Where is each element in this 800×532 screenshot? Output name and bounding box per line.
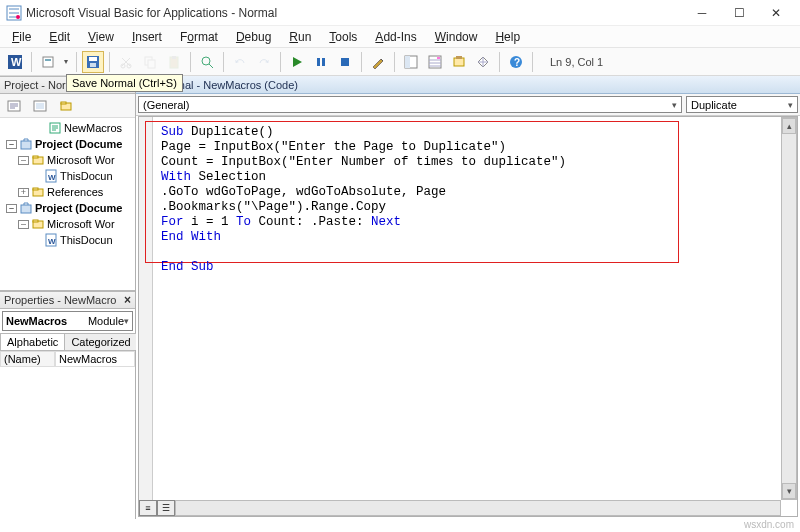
menu-file[interactable]: File <box>4 28 39 46</box>
procedure-combo[interactable]: Duplicate▾ <box>686 96 798 113</box>
svg-rect-22 <box>437 57 440 59</box>
svg-text:W: W <box>48 173 56 182</box>
tree-project-2[interactable]: –Project (Docume <box>0 200 135 216</box>
properties-object-combo[interactable]: NewMacros Module ▾ <box>2 311 133 331</box>
toolbox-button[interactable] <box>472 51 494 73</box>
left-dock: Project - Norm × NewMacros –Project (Doc… <box>0 76 136 519</box>
run-button[interactable] <box>286 51 308 73</box>
insert-item-dropdown[interactable]: ▾ <box>61 57 71 66</box>
watermark: wsxdn.com <box>744 519 794 530</box>
svg-rect-4 <box>43 57 53 67</box>
svg-rect-8 <box>90 63 96 67</box>
menu-run[interactable]: Run <box>281 28 319 46</box>
svg-rect-40 <box>21 205 31 213</box>
help-button[interactable]: ? <box>505 51 527 73</box>
properties-panel-header[interactable]: Properties - NewMacro × <box>0 291 135 309</box>
view-code-button[interactable] <box>4 96 24 116</box>
workspace: Project - Norm × NewMacros –Project (Doc… <box>0 76 800 519</box>
app-icon <box>6 5 22 21</box>
svg-rect-17 <box>322 58 325 66</box>
project-explorer-button[interactable] <box>400 51 422 73</box>
properties-tabs: Alphabetic Categorized <box>0 333 135 351</box>
svg-text:W: W <box>48 237 56 246</box>
break-button[interactable] <box>310 51 332 73</box>
save-button[interactable] <box>82 51 104 73</box>
undo-button[interactable] <box>229 51 251 73</box>
menu-edit[interactable]: Edit <box>41 28 78 46</box>
menu-debug[interactable]: Debug <box>228 28 279 46</box>
svg-rect-31 <box>61 102 66 104</box>
properties-panel-close[interactable]: × <box>124 293 131 307</box>
mdi-area: Normal - NewMacros (Code) (General)▾ Dup… <box>136 76 800 519</box>
minimize-button[interactable]: ─ <box>684 3 720 23</box>
menu-view[interactable]: View <box>80 28 122 46</box>
properties-grid[interactable]: (Name) NewMacros <box>0 351 135 519</box>
svg-rect-14 <box>172 56 176 59</box>
properties-window-button[interactable] <box>424 51 446 73</box>
find-button[interactable] <box>196 51 218 73</box>
vertical-scrollbar[interactable]: ▴ ▾ <box>781 117 797 500</box>
property-name-label: (Name) <box>0 351 55 367</box>
menu-window[interactable]: Window <box>427 28 486 46</box>
redo-button[interactable] <box>253 51 275 73</box>
svg-text:?: ? <box>514 57 520 68</box>
svg-rect-23 <box>454 58 464 66</box>
properties-object-name: NewMacros <box>6 315 84 327</box>
toolbar: W ▾ ? Ln 9, Col 1 Save Normal (Ctrl+S) <box>0 48 800 76</box>
insert-item-button[interactable] <box>37 51 59 73</box>
project-toolbar <box>0 94 135 118</box>
svg-rect-12 <box>148 60 155 68</box>
tree-project-1[interactable]: –Project (Docume <box>0 136 135 152</box>
menu-help[interactable]: Help <box>487 28 528 46</box>
code-combo-row: (General)▾ Duplicate▾ <box>136 94 800 116</box>
tree-references[interactable]: +References <box>0 184 135 200</box>
tree-folder-word-2[interactable]: –Microsoft Wor <box>0 216 135 232</box>
project-tree[interactable]: NewMacros –Project (Docume –Microsoft Wo… <box>0 118 135 291</box>
code-window-titlebar[interactable]: Normal - NewMacros (Code) <box>136 76 800 94</box>
svg-rect-24 <box>456 56 462 59</box>
svg-point-1 <box>16 15 20 19</box>
svg-rect-29 <box>36 103 44 109</box>
code-text[interactable]: Sub Duplicate() Page = InputBox("Enter t… <box>161 125 566 275</box>
svg-rect-33 <box>21 141 31 149</box>
scroll-up-icon[interactable]: ▴ <box>782 118 796 134</box>
paste-button[interactable] <box>163 51 185 73</box>
svg-rect-18 <box>341 58 349 66</box>
procedure-view-button[interactable]: ≡ <box>139 500 157 516</box>
property-name-value[interactable]: NewMacros <box>55 351 135 367</box>
menu-addins[interactable]: Add-Ins <box>367 28 424 46</box>
full-module-view-button[interactable]: ☰ <box>157 500 175 516</box>
object-combo[interactable]: (General)▾ <box>138 96 682 113</box>
properties-object-type: Module <box>88 315 124 327</box>
menu-tools[interactable]: Tools <box>321 28 365 46</box>
property-row-name: (Name) NewMacros <box>0 351 135 367</box>
reset-button[interactable] <box>334 51 356 73</box>
code-editor[interactable]: ▴ ▾ Sub Duplicate() Page = InputBox("Ent… <box>138 116 798 517</box>
svg-rect-20 <box>405 56 410 68</box>
menu-insert[interactable]: Insert <box>124 28 170 46</box>
svg-point-15 <box>202 57 210 65</box>
maximize-button[interactable]: ☐ <box>721 3 757 23</box>
object-browser-button[interactable] <box>448 51 470 73</box>
horizontal-scrollbar[interactable] <box>175 500 781 516</box>
design-mode-button[interactable] <box>367 51 389 73</box>
svg-rect-16 <box>317 58 320 66</box>
tree-thisdocument-2[interactable]: WThisDocun <box>0 232 135 248</box>
tab-alphabetic[interactable]: Alphabetic <box>0 333 65 350</box>
tab-categorized[interactable]: Categorized <box>64 333 137 350</box>
svg-rect-7 <box>89 57 97 61</box>
tree-thisdocument-1[interactable]: WThisDocun <box>0 168 135 184</box>
toggle-folders-button[interactable] <box>56 96 76 116</box>
window-titlebar: Microsoft Visual Basic for Applications … <box>0 0 800 26</box>
tree-module-newmacros[interactable]: NewMacros <box>0 120 135 136</box>
svg-rect-5 <box>45 59 51 61</box>
copy-button[interactable] <box>139 51 161 73</box>
tree-folder-word-1[interactable]: –Microsoft Wor <box>0 152 135 168</box>
view-word-button[interactable]: W <box>4 51 26 73</box>
scroll-down-icon[interactable]: ▾ <box>782 483 796 499</box>
properties-panel-title: Properties - NewMacro <box>4 294 116 306</box>
menu-format[interactable]: Format <box>172 28 226 46</box>
close-button[interactable]: ✕ <box>758 3 794 23</box>
cut-button[interactable] <box>115 51 137 73</box>
view-object-button[interactable] <box>30 96 50 116</box>
